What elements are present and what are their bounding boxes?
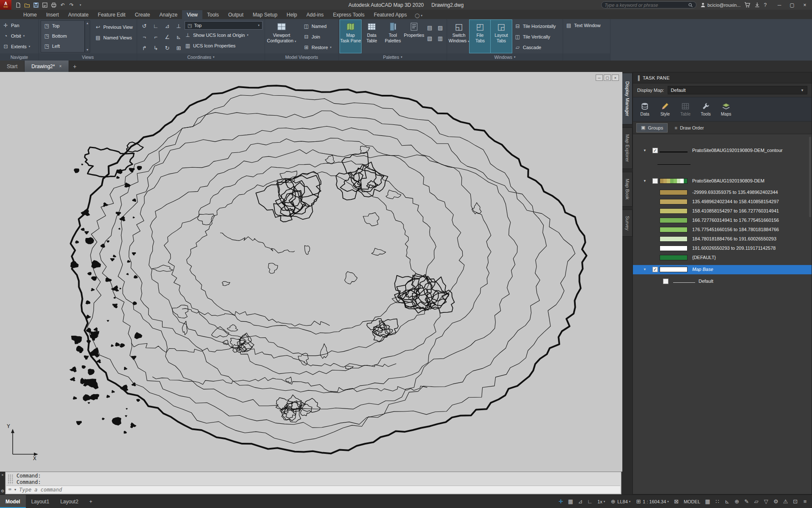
ribbon-tab-insert[interactable]: Insert xyxy=(41,10,64,19)
side-tab-map-book[interactable]: Map Book xyxy=(622,172,632,207)
save-icon[interactable] xyxy=(32,1,40,9)
status-menu-icon[interactable]: ≡ xyxy=(801,496,809,507)
dem-legend-row[interactable]: 166.727760314941 to 176.775451660156 xyxy=(633,216,812,225)
panel-label-coordinates[interactable]: Coordinates▾ xyxy=(137,53,265,61)
chevron-down-icon[interactable]: ▾ xyxy=(14,487,17,492)
ucs-icon-properties-button[interactable]: ▥UCS Icon Properties xyxy=(185,40,262,51)
tile-horizontally-button[interactable]: ⊟Tile Horizontally xyxy=(512,21,558,31)
orbit-button[interactable]: ◔Orbit▾ xyxy=(0,30,39,41)
view-list-item-left[interactable]: ◳Left xyxy=(41,41,84,51)
ortho-mode-icon[interactable]: ∟ xyxy=(586,496,594,507)
extents-button[interactable]: ⊡Extents▾ xyxy=(0,41,39,52)
ribbon-tab-map-setup[interactable]: Map Setup xyxy=(248,10,282,19)
draw-order-tab[interactable]: ≡Draw Order xyxy=(670,123,708,133)
annotation-scale-control[interactable]: 1x▾ xyxy=(595,499,607,504)
crosshair-icon[interactable]: ✛ xyxy=(556,496,565,507)
tools-button[interactable]: Tools xyxy=(697,99,714,119)
file-tab-drawing2[interactable]: Drawing2*× xyxy=(25,61,69,72)
command-input-row[interactable]: ⌨ ▾ Type a command xyxy=(6,486,620,493)
ucs-world-icon[interactable]: ↺ xyxy=(139,21,150,31)
workspace-icon[interactable]: ▱ xyxy=(752,496,761,507)
customization-gear-icon[interactable]: ⚙ xyxy=(771,496,780,507)
properties-button[interactable]: Properties xyxy=(403,20,425,53)
ribbon-tab-analyze[interactable]: Analyze xyxy=(155,10,182,19)
count-palette-icon[interactable]: ▥ xyxy=(435,33,445,43)
contour-legend-row[interactable] xyxy=(633,159,812,168)
close-icon[interactable]: × xyxy=(59,64,62,69)
side-tab-display-manager[interactable]: Display Manager xyxy=(622,73,632,124)
snap-mode-icon[interactable]: ⊿ xyxy=(576,496,585,507)
map-task-pane-button[interactable]: Map Task Pane xyxy=(340,20,361,53)
restore-window-icon[interactable]: ▢ xyxy=(786,0,798,10)
object-filter-icon[interactable]: ▽ xyxy=(762,496,771,507)
previous-view-button[interactable]: ↩Previous View xyxy=(92,22,135,32)
clean-screen-icon[interactable]: ⊡ xyxy=(791,496,800,507)
help-icon[interactable]: ? xyxy=(764,2,767,8)
map-scale-control[interactable]: ⊞1 : 1604.34▾ xyxy=(633,496,671,507)
layout-tab-layout2[interactable]: Layout2 xyxy=(55,495,84,508)
file-tabs-button[interactable]: ◰ File Tabs xyxy=(470,20,491,53)
new-drawing-tab-button[interactable]: + xyxy=(69,61,81,72)
ribbon-display-toggle[interactable]: ◯▾ xyxy=(412,11,426,19)
close-drawing-icon[interactable]: × xyxy=(612,75,619,81)
app-store-cart-icon[interactable] xyxy=(744,2,751,8)
scroll-down-icon[interactable]: ▼ xyxy=(86,48,89,51)
data-table-button[interactable]: Data Table xyxy=(361,20,382,53)
ribbon-tab-home[interactable]: Home xyxy=(19,10,41,19)
close-command-icon[interactable]: × xyxy=(1,473,3,477)
markup-palette-icon[interactable]: ▨ xyxy=(435,22,445,33)
layout-tabs-button[interactable]: ◲ Layout Tabs xyxy=(491,20,512,53)
layer-row-dem[interactable]: ▼ PratoSite08AUG1920190809-DEM xyxy=(633,177,812,186)
coordinate-system-control[interactable]: ⊕LL84▾ xyxy=(608,496,632,507)
layer-row-map-base[interactable]: ▼ ✓ Map Base xyxy=(633,265,812,274)
named-viewports-button[interactable]: ◫Named xyxy=(301,21,334,31)
ucs-named-icon[interactable]: ↻ xyxy=(162,43,173,53)
view-list-scrollbar[interactable]: ▲▼ xyxy=(85,20,90,52)
ucs-zaxis-icon[interactable]: ⊿ xyxy=(162,21,173,31)
maps-button[interactable]: Maps xyxy=(718,99,735,119)
design-center-icon[interactable]: ▧ xyxy=(425,33,435,43)
annotation-pencil-icon[interactable]: ✎ xyxy=(742,496,751,507)
data-button[interactable]: Data xyxy=(636,99,653,119)
map-base-label[interactable]: Map Base xyxy=(692,267,713,272)
panel-label-model-viewports[interactable]: Model Viewports xyxy=(265,53,338,61)
isodraft-icon[interactable]: ⊾ xyxy=(723,496,732,507)
dem-legend-row[interactable]: 176.775451660156 to 184.780181884766 xyxy=(633,225,812,235)
task-pane-header[interactable]: ▐ TASK PANE xyxy=(633,72,812,83)
ucs-z-rotate-icon[interactable]: ↱ xyxy=(139,43,150,53)
map-base-checkbox[interactable]: ✓ xyxy=(652,267,658,272)
panel-label-views[interactable]: Views xyxy=(39,53,137,61)
layout-tab-layout1[interactable]: Layout1 xyxy=(26,495,55,508)
groups-tab[interactable]: ▣Groups xyxy=(636,123,668,133)
layout-tab-model[interactable]: Model xyxy=(0,495,26,508)
close-window-icon[interactable]: × xyxy=(798,0,811,10)
help-search-box[interactable] xyxy=(601,1,696,8)
lock-icon[interactable]: ⊠ xyxy=(672,496,681,507)
dem-legend-row[interactable]: 158.410858154297 to 166.727760314941 xyxy=(633,207,812,216)
share-icon[interactable] xyxy=(754,2,760,8)
pan-button[interactable]: ✛Pan xyxy=(0,20,39,30)
named-ucs-combo[interactable]: ◳Top▾ xyxy=(185,21,262,30)
ribbon-tab-output[interactable]: Output xyxy=(224,10,248,19)
display-map-select[interactable]: Default ▼ xyxy=(668,86,807,94)
view-list[interactable]: ◳Top ◳Bottom ◳Left xyxy=(41,20,85,52)
ucs-view-icon[interactable]: ⊥ xyxy=(173,21,184,31)
add-layout-button[interactable]: + xyxy=(84,495,98,508)
tree-scrollbar[interactable] xyxy=(809,137,811,217)
dem-legend-row[interactable]: 135.498962402344 to 158.410858154297 xyxy=(633,197,812,207)
ribbon-tab-featured-apps[interactable]: Featured Apps xyxy=(369,10,412,19)
chevron-down-icon[interactable]: ▼ xyxy=(643,179,646,183)
command-drag-grip[interactable] xyxy=(8,474,13,484)
file-tab-start[interactable]: Start xyxy=(0,61,25,72)
contour-layer-label[interactable]: PratoSite08AUG1920190809-DEM_contour xyxy=(692,148,782,153)
text-window-button[interactable]: ▤Text Window xyxy=(563,20,610,30)
model-space-viewport[interactable]: ─ ▢ × Y X xyxy=(0,72,622,472)
ribbon-tab-create[interactable]: Create xyxy=(130,10,155,19)
layer-row-default[interactable]: Default xyxy=(633,277,812,286)
ucs-previous-icon[interactable]: ↳ xyxy=(150,43,161,53)
search-input[interactable] xyxy=(605,3,685,8)
chevron-down-icon[interactable]: ▼ xyxy=(643,268,646,271)
cascade-button[interactable]: ▱Cascade xyxy=(512,42,558,52)
undo-icon[interactable]: ↶ xyxy=(58,1,67,9)
ucs-object-icon[interactable]: ¬ xyxy=(139,32,150,42)
